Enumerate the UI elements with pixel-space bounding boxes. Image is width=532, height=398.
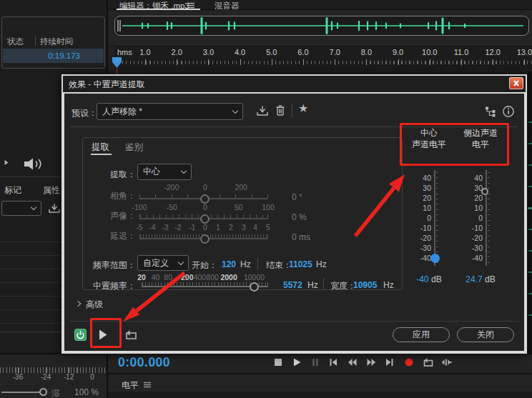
effect-power-toggle[interactable] <box>74 329 87 341</box>
level-slider-track[interactable] <box>486 170 487 266</box>
tab-discriminate[interactable]: 鉴别 <box>125 141 143 154</box>
slider-tick-label: -100 <box>128 203 151 212</box>
center-freq-handle[interactable] <box>250 282 259 292</box>
speaker-icon[interactable] <box>23 157 56 171</box>
phase-slider-scale: -2000200 <box>139 183 268 191</box>
tab-extract[interactable]: 提取 <box>92 141 109 154</box>
info-icon[interactable] <box>502 105 515 118</box>
wet-value: 100 % <box>74 387 99 397</box>
selected-file-row[interactable]: 0:19.173 <box>3 49 104 63</box>
panel-menu-icon[interactable] <box>187 2 194 9</box>
playhead-line <box>117 67 117 74</box>
levels-panel-title: 电平 <box>122 379 139 392</box>
waveform-overview[interactable] <box>114 16 529 36</box>
dialog-titlebar[interactable]: 效果 - 中置声道提取 <box>63 76 526 92</box>
timeline-tick-label: 12.0 <box>481 48 504 56</box>
delay-value: 0 ms <box>292 232 310 242</box>
side-level-value: 24.7 dB <box>459 274 502 284</box>
center-freq-value[interactable]: 5572 <box>283 280 302 290</box>
timeline-ruler[interactable]: hms1.02.03.04.05.06.07.08.09.010.011.012… <box>114 44 532 70</box>
loop-playback-icon[interactable] <box>124 329 138 341</box>
panel-divider <box>108 373 532 374</box>
timeline-tick-mark <box>145 59 146 65</box>
lvl-center-handle[interactable] <box>430 254 440 263</box>
column-header-duration[interactable]: 持续时间 <box>40 36 73 47</box>
waveform-overview-area <box>107 11 532 44</box>
slider-tick-label: 0 <box>194 183 217 191</box>
save-markers-icon[interactable] <box>48 203 61 214</box>
apply-button[interactable]: 应用 <box>393 327 450 342</box>
pan-value: 0 % <box>292 212 307 222</box>
extract-value: 中心 <box>143 166 160 178</box>
level-slider-track[interactable] <box>434 170 435 266</box>
tab-markers[interactable]: 标记 <box>4 184 21 196</box>
width-value[interactable]: 10905 <box>353 280 377 290</box>
favorite-star-icon[interactable]: ★ <box>298 101 308 115</box>
amplitude-ticks <box>528 121 532 322</box>
timeline-tick-label: 5.0 <box>260 48 283 56</box>
skip-to-end-button[interactable] <box>385 357 395 367</box>
play-button[interactable] <box>292 357 302 367</box>
wet-mix-slider-track[interactable] <box>1 392 40 393</box>
disclosure-triangle-icon[interactable] <box>4 160 9 165</box>
time-display[interactable]: 0:00.000 <box>118 355 170 370</box>
fast-forward-button[interactable] <box>366 357 377 367</box>
annotation-box-level-headers <box>400 123 509 166</box>
preset-dropdown[interactable]: 人声移除 * <box>97 103 243 120</box>
app-window: 编辑器：锄禾 .mp3 混音器 hms1.02.03.04.05.06.07.0… <box>0 0 532 398</box>
meter-major-tick <box>69 367 69 373</box>
pan-label: 声像： <box>70 210 136 222</box>
column-header-status[interactable]: 状态 <box>7 36 24 47</box>
delay-slider-handle[interactable] <box>200 234 210 244</box>
column-divider <box>35 36 36 46</box>
timeline-unit-label: hms <box>117 48 132 56</box>
timeline-tick-mark <box>493 59 493 65</box>
active-tab-underline <box>117 9 200 10</box>
timeline-tick-label: 11.0 <box>450 48 473 56</box>
tab-properties[interactable]: 属性 <box>43 184 60 196</box>
advanced-toggle[interactable]: 高级 <box>86 299 103 311</box>
record-button[interactable] <box>404 357 414 367</box>
save-preset-icon[interactable] <box>256 105 269 116</box>
marker-type-dropdown[interactable] <box>1 201 41 216</box>
timeline-tick-label: 9.0 <box>387 48 410 56</box>
phase-value: 0 ° <box>292 192 302 202</box>
skip-selection-button[interactable] <box>441 357 453 367</box>
close-icon[interactable] <box>509 77 523 89</box>
amplitude-zero-tick <box>528 207 532 209</box>
lvl-side-handle[interactable] <box>481 188 488 195</box>
tab-mixer[interactable]: 混音器 <box>215 1 240 11</box>
freq-start-value[interactable]: 120 <box>222 259 236 269</box>
center-freq-unit: Hz <box>307 280 318 290</box>
wet-mix-slider-handle[interactable] <box>39 388 47 396</box>
skip-to-start-button[interactable] <box>328 357 338 367</box>
freq-range-value: 自定义 <box>143 257 169 269</box>
amplitude-ruler-strip <box>528 71 532 354</box>
freq-range-dropdown[interactable]: 自定义 <box>137 255 189 271</box>
close-button[interactable]: 关闭 <box>457 327 514 342</box>
freq-end-label: 结束： <box>266 259 292 272</box>
pause-button[interactable] <box>310 357 320 367</box>
stop-button[interactable] <box>273 357 283 367</box>
panel-menu-icon[interactable] <box>144 382 151 388</box>
phase-slider-handle[interactable] <box>200 194 210 204</box>
freq-start-label: 开始： <box>192 259 217 272</box>
timeline-tick-label: 6.0 <box>292 48 315 56</box>
pan-slider-handle[interactable] <box>200 214 210 224</box>
freq-end-value[interactable]: 11025 <box>289 259 312 269</box>
timeline-tick-label: 1.0 <box>134 48 157 56</box>
extract-dropdown[interactable]: 中心 <box>137 164 192 180</box>
width-unit: Hz <box>383 280 394 290</box>
timeline-tick-label: 4.0 <box>229 48 252 56</box>
chevron-down-icon <box>178 259 184 264</box>
width-label: 宽度： <box>330 280 356 292</box>
rewind-button[interactable] <box>347 357 358 367</box>
delete-preset-icon[interactable] <box>275 104 285 116</box>
level-scale-label: -30 <box>410 244 431 252</box>
wet-label: 湿 <box>51 387 60 398</box>
slider-tick-label: 0 <box>194 203 217 212</box>
loop-playback-button[interactable] <box>423 357 434 367</box>
slider-tick-label: -200 <box>160 183 183 191</box>
level-scale-label: 40 <box>410 174 431 182</box>
routing-icon[interactable] <box>485 106 496 117</box>
